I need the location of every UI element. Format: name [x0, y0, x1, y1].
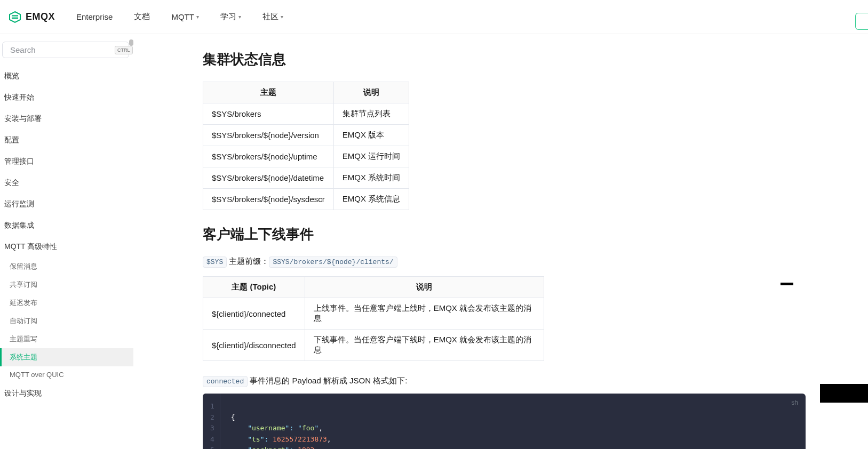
- cell-desc: EMQX 系统时间: [333, 167, 409, 189]
- payload-description: connected 事件消息的 Payload 解析成 JSON 格式如下:: [203, 376, 806, 386]
- right-overlay-box: [820, 384, 868, 403]
- search-shortcut: CTRL K: [115, 46, 133, 54]
- sidebar-quickstart[interactable]: 快速开始: [0, 87, 133, 108]
- nav-items: Enterprise 文档 MQTT▾ 学习▾ 社区▾: [76, 12, 283, 22]
- code-line-numbers: 1 2 3 4 5: [203, 394, 220, 449]
- code-connected: connected: [203, 376, 248, 387]
- sidebar-mgmt[interactable]: 管理接口: [0, 151, 133, 172]
- sidebar-shared[interactable]: 共享订阅: [0, 276, 133, 294]
- sidebar-monitor[interactable]: 运行监测: [0, 194, 133, 215]
- code-block: sh 1 2 3 4 5 { "username": "foo", "ts": …: [203, 394, 806, 449]
- prefix-label: 主题前缀：: [227, 256, 269, 266]
- table-row: $SYS/brokers/${node}/versionEMQX 版本: [203, 125, 409, 146]
- sidebar-retained[interactable]: 保留消息: [0, 258, 133, 276]
- cell-topic: $SYS/brokers/${node}/sysdescr: [203, 189, 334, 210]
- right-indicator: [781, 283, 793, 285]
- cell-topic: ${clientid}/disconnected: [203, 330, 305, 361]
- cell-desc: 上线事件。当任意客户端上线时，EMQX 就会发布该主题的消息: [305, 298, 544, 330]
- chevron-down-icon: ▾: [196, 14, 199, 20]
- cell-desc: EMQX 系统信息: [333, 189, 409, 210]
- sidebar-system-topic[interactable]: 系统主题: [0, 348, 133, 366]
- kbd-ctrl: CTRL: [115, 46, 133, 54]
- cell-topic: $SYS/brokers: [203, 103, 334, 125]
- sidebar-autosub[interactable]: 自动订阅: [0, 312, 133, 330]
- sidebar-dataint[interactable]: 数据集成: [0, 215, 133, 236]
- nav-community[interactable]: 社区▾: [262, 12, 283, 22]
- emqx-logo-icon: [9, 11, 21, 23]
- heading-client-events: 客户端上下线事件: [203, 225, 806, 244]
- chevron-down-icon: ▾: [281, 14, 283, 20]
- sidebar-install[interactable]: 安装与部署: [0, 108, 133, 130]
- sidebar-overview[interactable]: 概览: [0, 66, 133, 87]
- cell-desc: EMQX 版本: [333, 125, 409, 146]
- sidebar-design[interactable]: 设计与实现: [0, 383, 133, 404]
- nav-mqtt[interactable]: MQTT▾: [171, 12, 199, 21]
- sidebar: CTRL K 概览 快速开始 安装与部署 配置 管理接口 安全 运行监测 数据集…: [0, 34, 133, 449]
- sidebar-config[interactable]: 配置: [0, 130, 133, 151]
- cluster-status-table: 主题 说明 $SYS/brokers集群节点列表 $SYS/brokers/${…: [203, 82, 409, 210]
- brand-logo[interactable]: EMQX: [9, 11, 55, 23]
- nav-learn[interactable]: 学习▾: [220, 12, 241, 22]
- th-topic: 主题 (Topic): [203, 277, 305, 298]
- code-sys: $SYS: [203, 256, 227, 268]
- nav-docs-label: 文档: [134, 12, 150, 22]
- table-row: ${clientid}/connected上线事件。当任意客户端上线时，EMQX…: [203, 298, 544, 330]
- cell-topic: ${clientid}/connected: [203, 298, 305, 330]
- client-events-table: 主题 (Topic) 说明 ${clientid}/connected上线事件。…: [203, 276, 544, 361]
- cell-desc: EMQX 运行时间: [333, 146, 409, 167]
- cell-topic: $SYS/brokers/${node}/version: [203, 125, 334, 146]
- nav-enterprise-label: Enterprise: [76, 12, 113, 21]
- heading-cluster-status: 集群状态信息: [203, 50, 806, 69]
- sidebar-security[interactable]: 安全: [0, 172, 133, 194]
- top-right-button[interactable]: [855, 13, 868, 30]
- top-navbar: EMQX Enterprise 文档 MQTT▾ 学习▾ 社区▾: [0, 0, 868, 34]
- main-content: 集群状态信息 主题 说明 $SYS/brokers集群节点列表 $SYS/bro…: [133, 34, 827, 449]
- table-row: $SYS/brokers集群节点列表: [203, 103, 409, 125]
- sidebar-mqtt-advanced[interactable]: MQTT 高级特性: [0, 236, 133, 258]
- sidebar-rewrite[interactable]: 主题重写: [0, 330, 133, 348]
- th-topic: 主题: [203, 82, 334, 103]
- nav-community-label: 社区: [262, 12, 278, 22]
- nav-learn-label: 学习: [220, 12, 236, 22]
- payload-text: 事件消息的 Payload 解析成 JSON 格式如下:: [248, 376, 407, 385]
- prefix-description: $SYS 主题前缀：$SYS/brokers/${node}/clients/: [203, 256, 806, 267]
- code-language-label: sh: [791, 399, 798, 406]
- nav-mqtt-label: MQTT: [171, 12, 194, 21]
- nav-enterprise[interactable]: Enterprise: [76, 12, 113, 21]
- table-row: ${clientid}/disconnected下线事件。当任意客户端下线时，E…: [203, 330, 544, 361]
- table-row: $SYS/brokers/${node}/sysdescrEMQX 系统信息: [203, 189, 409, 210]
- nav-docs[interactable]: 文档: [134, 12, 150, 22]
- th-desc: 说明: [333, 82, 409, 103]
- th-desc: 说明: [305, 277, 544, 298]
- sidebar-scrollbar[interactable]: [129, 39, 133, 46]
- code-content: { "username": "foo", "ts": 1625572213873…: [220, 394, 342, 449]
- table-row: $SYS/brokers/${node}/uptimeEMQX 运行时间: [203, 146, 409, 167]
- code-prefix-value: $SYS/brokers/${node}/clients/: [269, 256, 397, 268]
- sidebar-quic[interactable]: MQTT over QUIC: [0, 366, 133, 383]
- cell-desc: 下线事件。当任意客户端下线时，EMQX 就会发布该主题的消息: [305, 330, 544, 361]
- sidebar-delayed[interactable]: 延迟发布: [0, 294, 133, 312]
- search-box[interactable]: CTRL K: [2, 42, 129, 58]
- chevron-down-icon: ▾: [238, 14, 241, 20]
- brand-name: EMQX: [26, 11, 55, 22]
- search-input[interactable]: [10, 45, 112, 54]
- table-row: $SYS/brokers/${node}/datetimeEMQX 系统时间: [203, 167, 409, 189]
- cell-desc: 集群节点列表: [333, 103, 409, 125]
- cell-topic: $SYS/brokers/${node}/datetime: [203, 167, 334, 189]
- cell-topic: $SYS/brokers/${node}/uptime: [203, 146, 334, 167]
